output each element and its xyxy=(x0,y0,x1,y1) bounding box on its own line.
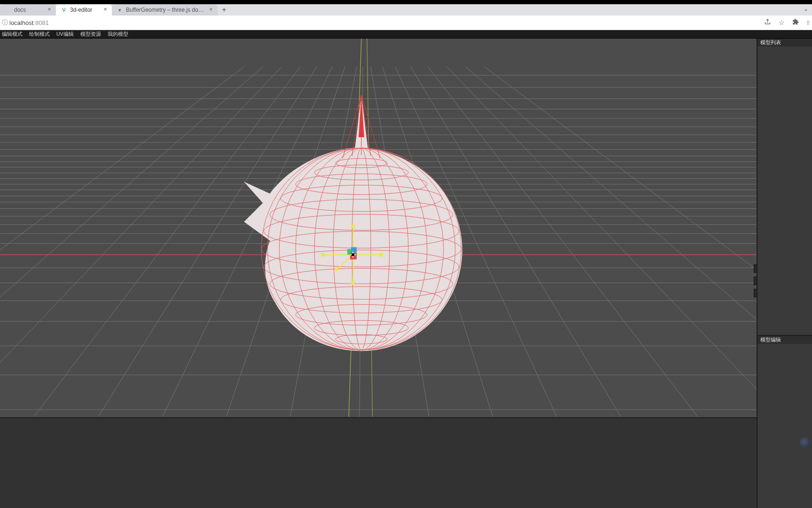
close-icon[interactable]: × xyxy=(46,6,53,13)
svg-rect-83 xyxy=(351,225,355,229)
vue-favicon-icon: V xyxy=(61,7,67,13)
menu-edit-mode[interactable]: 编辑模式 xyxy=(2,31,23,38)
panel-model-list[interactable]: 模型列表 xyxy=(757,39,812,336)
url-host: localhost xyxy=(9,19,33,26)
share-icon[interactable] xyxy=(764,18,771,27)
svg-rect-85 xyxy=(351,281,355,285)
url-port: :8081 xyxy=(33,19,49,26)
tab-title: BufferGeometry – three.js do… xyxy=(126,7,204,13)
editor-workspace: ↖ xyxy=(0,39,812,508)
panel-model-edit[interactable]: 模型编辑 xyxy=(757,336,812,508)
addr-action-icons: ☆ ▯ xyxy=(764,16,809,30)
tabs-overflow-icon[interactable]: ⌄ xyxy=(804,6,808,12)
editor-menubar: 编辑模式 绘制模式 UV编辑 模型资源 我的模型 xyxy=(0,30,812,39)
window-titlebar-fragment xyxy=(0,0,812,4)
browser-address-bar[interactable]: ⓘ localhost:8081 ☆ ▯ xyxy=(0,16,812,30)
viewport-3d[interactable]: ↖ xyxy=(0,39,757,418)
panel-header: 模型编辑 xyxy=(757,336,812,344)
assistant-bubble-icon[interactable] xyxy=(800,437,810,448)
tab-3d-editor[interactable]: V 3d-editor × xyxy=(56,4,112,16)
star-icon[interactable]: ☆ xyxy=(779,19,785,26)
site-info-icon[interactable]: ⓘ xyxy=(0,18,9,27)
tab-threejs-docs[interactable]: ▾ BufferGeometry – three.js do… × xyxy=(112,4,218,16)
extensions-icon[interactable] xyxy=(792,18,799,27)
menu-my-models[interactable]: 我的模型 xyxy=(108,31,128,38)
svg-rect-79 xyxy=(379,253,383,256)
menu-icon[interactable]: ▯ xyxy=(807,21,809,24)
scene-svg xyxy=(0,39,757,417)
tab-favicon xyxy=(5,7,11,13)
close-icon[interactable]: × xyxy=(102,6,109,13)
svg-rect-89 xyxy=(351,247,357,253)
tab-title: 3d-editor xyxy=(70,7,92,13)
svg-rect-81 xyxy=(321,253,325,256)
panel-header: 模型列表 xyxy=(757,39,812,47)
menu-uv-edit[interactable]: UV编辑 xyxy=(56,31,74,38)
tab-docs[interactable]: docs × xyxy=(0,4,56,16)
svg-point-93 xyxy=(351,253,354,256)
panel-title: 模型列表 xyxy=(760,40,781,46)
close-icon[interactable]: × xyxy=(208,6,214,13)
panel-title: 模型编辑 xyxy=(760,337,781,343)
viewport-column: ↖ xyxy=(0,39,757,508)
menu-model-resources[interactable]: 模型资源 xyxy=(80,31,101,38)
threejs-favicon-icon: ▾ xyxy=(117,7,123,13)
new-tab-button[interactable]: + xyxy=(218,4,231,16)
menu-draw-mode[interactable]: 绘制模式 xyxy=(29,31,50,38)
timeline-panel[interactable] xyxy=(0,418,757,508)
viewport-axis-handles[interactable] xyxy=(754,264,757,297)
tab-title: docs xyxy=(14,7,26,13)
browser-tabstrip: docs × V 3d-editor × ▾ BufferGeometry – … xyxy=(0,4,812,16)
svg-rect-87 xyxy=(335,267,339,270)
url-text: localhost:8081 xyxy=(9,19,49,26)
